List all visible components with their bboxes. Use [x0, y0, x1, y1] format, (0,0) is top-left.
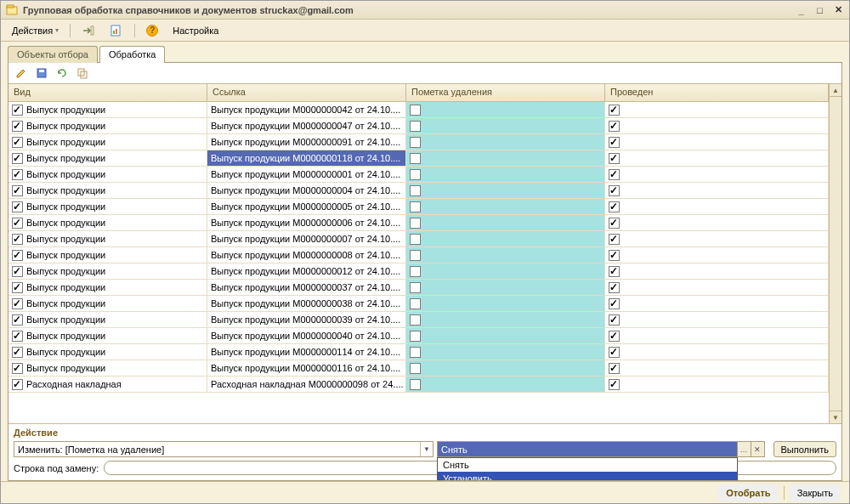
prov-checkbox[interactable]: [609, 218, 620, 229]
row-checkbox[interactable]: [12, 298, 23, 309]
row-checkbox[interactable]: [12, 234, 23, 245]
mark-checkbox[interactable]: [410, 218, 421, 229]
table-row[interactable]: Выпуск продукцииВыпуск продукции М000000…: [8, 134, 829, 150]
row-checkbox[interactable]: [12, 185, 23, 196]
tab-objects[interactable]: Объекты отбора: [8, 46, 98, 63]
row-checkbox[interactable]: [12, 282, 23, 293]
copy-icon[interactable]: [75, 65, 90, 81]
help-button[interactable]: ?: [140, 22, 164, 39]
mark-checkbox[interactable]: [410, 185, 421, 196]
prov-checkbox[interactable]: [609, 121, 620, 132]
actions-menu[interactable]: Действия ▾: [6, 22, 65, 39]
table-row[interactable]: Выпуск продукцииВыпуск продукции М000000…: [8, 102, 829, 118]
action-combo[interactable]: Изменить: [Пометка на удаление] ▼: [14, 441, 434, 457]
mark-checkbox[interactable]: [410, 347, 421, 358]
option-remove[interactable]: Снять: [438, 458, 737, 472]
prov-checkbox[interactable]: [609, 363, 620, 374]
mark-checkbox[interactable]: [410, 169, 421, 180]
table-row[interactable]: Выпуск продукцииВыпуск продукции М000000…: [8, 263, 829, 280]
table-row[interactable]: Выпуск продукцииВыпуск продукции М000000…: [8, 215, 829, 231]
mark-checkbox[interactable]: [410, 137, 421, 148]
row-checkbox[interactable]: [12, 218, 23, 229]
mark-checkbox[interactable]: [410, 121, 421, 132]
prov-checkbox[interactable]: [609, 105, 620, 116]
ellipsis-button[interactable]: …: [738, 441, 751, 457]
table-row[interactable]: Выпуск продукцииВыпуск продукции М000000…: [8, 296, 829, 312]
row-checkbox[interactable]: [12, 314, 23, 326]
row-checkbox[interactable]: [12, 105, 23, 116]
table-row[interactable]: Выпуск продукцииВыпуск продукции М000000…: [8, 231, 829, 247]
row-checkbox[interactable]: [12, 331, 23, 342]
prov-checkbox[interactable]: [609, 266, 620, 277]
mark-checkbox[interactable]: [410, 282, 421, 293]
row-checkbox[interactable]: [12, 379, 23, 390]
table-row[interactable]: Выпуск продукцииВыпуск продукции М000000…: [8, 360, 829, 377]
header-vid[interactable]: Вид: [8, 84, 207, 101]
prov-checkbox[interactable]: [609, 347, 620, 358]
close-footer-button[interactable]: Закрыть: [790, 484, 841, 501]
prov-checkbox[interactable]: [609, 185, 620, 196]
row-checkbox[interactable]: [12, 137, 23, 148]
mark-checkbox[interactable]: [410, 266, 421, 277]
prov-checkbox[interactable]: [609, 201, 620, 212]
mark-checkbox[interactable]: [410, 331, 421, 342]
tab-processing[interactable]: Обработка: [99, 46, 165, 63]
prov-checkbox[interactable]: [609, 282, 620, 293]
row-checkbox[interactable]: [12, 169, 23, 180]
scroll-up-icon[interactable]: ▲: [830, 84, 842, 97]
table-row[interactable]: Выпуск продукцииВыпуск продукции М000000…: [8, 247, 829, 263]
table-row[interactable]: Выпуск продукцииВыпуск продукции М000000…: [8, 118, 829, 134]
row-checkbox[interactable]: [12, 121, 23, 132]
close-button[interactable]: ✕: [833, 4, 844, 15]
minimize-button[interactable]: _: [796, 4, 807, 15]
table-row[interactable]: Выпуск продукцииВыпуск продукции М000000…: [8, 312, 829, 328]
mark-checkbox[interactable]: [410, 250, 421, 261]
tb-icon-1[interactable]: [76, 22, 101, 39]
table-row[interactable]: Выпуск продукцииВыпуск продукции М000000…: [8, 328, 829, 344]
refresh-icon[interactable]: [54, 65, 70, 81]
option-set[interactable]: Установить: [438, 472, 737, 481]
row-checkbox[interactable]: [12, 266, 23, 277]
scrollbar[interactable]: ▲ ▼: [829, 84, 842, 423]
table-row[interactable]: Выпуск продукцииВыпуск продукции М000000…: [8, 167, 829, 183]
prov-checkbox[interactable]: [609, 379, 620, 390]
settings-button[interactable]: Настройка: [167, 22, 224, 39]
table-row[interactable]: Выпуск продукцииВыпуск продукции М000000…: [8, 280, 829, 296]
edit-icon[interactable]: [14, 65, 29, 81]
value-combo[interactable]: Снять: [437, 441, 738, 457]
mark-checkbox[interactable]: [410, 153, 421, 164]
maximize-button[interactable]: □: [814, 4, 825, 15]
prov-checkbox[interactable]: [609, 234, 620, 245]
mark-checkbox[interactable]: [410, 201, 421, 212]
prov-checkbox[interactable]: [609, 331, 620, 342]
clear-button[interactable]: ✕: [751, 441, 765, 457]
prov-checkbox[interactable]: [609, 314, 620, 326]
prov-checkbox[interactable]: [609, 298, 620, 309]
row-checkbox[interactable]: [12, 363, 23, 374]
row-checkbox[interactable]: [12, 347, 23, 358]
save-icon[interactable]: [34, 65, 49, 81]
mark-checkbox[interactable]: [410, 314, 421, 326]
table-row[interactable]: Выпуск продукцииВыпуск продукции М000000…: [8, 344, 829, 360]
select-button[interactable]: Отобрать: [718, 484, 778, 501]
table-row[interactable]: Выпуск продукцииВыпуск продукции М000000…: [8, 183, 829, 199]
header-link[interactable]: Ссылка: [207, 84, 406, 101]
tb-icon-2[interactable]: [104, 22, 129, 39]
mark-checkbox[interactable]: [410, 234, 421, 245]
run-button[interactable]: Выполнить: [774, 441, 836, 457]
mark-checkbox[interactable]: [410, 363, 421, 374]
mark-checkbox[interactable]: [410, 379, 421, 390]
mark-checkbox[interactable]: [410, 298, 421, 309]
grid-body[interactable]: Выпуск продукцииВыпуск продукции М000000…: [8, 102, 829, 423]
row-checkbox[interactable]: [12, 153, 23, 164]
header-prov[interactable]: Проведен: [605, 84, 829, 101]
prov-checkbox[interactable]: [609, 250, 620, 261]
prov-checkbox[interactable]: [609, 153, 620, 164]
prov-checkbox[interactable]: [609, 169, 620, 180]
table-row[interactable]: Выпуск продукцииВыпуск продукции М000000…: [8, 150, 829, 167]
scroll-down-icon[interactable]: ▼: [830, 411, 842, 423]
row-checkbox[interactable]: [12, 250, 23, 261]
table-row[interactable]: Расходная накладнаяРасходная накладная М…: [8, 377, 829, 393]
row-checkbox[interactable]: [12, 201, 23, 212]
prov-checkbox[interactable]: [609, 137, 620, 148]
